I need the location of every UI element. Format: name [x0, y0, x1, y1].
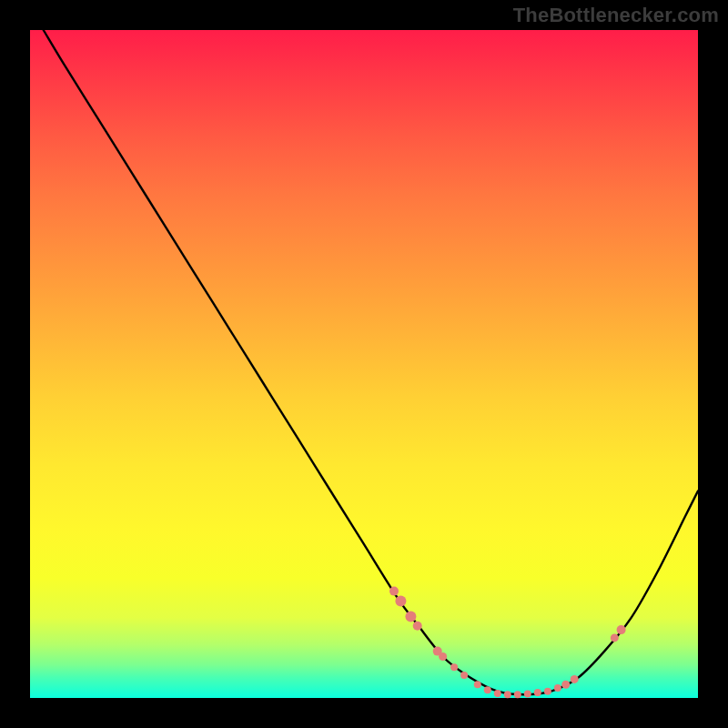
- curve-point: [460, 672, 468, 679]
- curve-point: [450, 663, 458, 671]
- curve-point: [484, 686, 491, 693]
- curve-point: [389, 587, 399, 596]
- chart-root: TheBottlenecker.com: [0, 0, 728, 728]
- curve-point: [514, 691, 521, 698]
- curve-point: [395, 596, 406, 607]
- curve-point: [524, 691, 531, 698]
- curve-point: [504, 691, 511, 698]
- curve-datapoints: [389, 587, 626, 699]
- curve-point: [554, 684, 561, 692]
- curve-point: [571, 675, 579, 683]
- curve-point: [534, 689, 541, 696]
- curve-point: [413, 622, 422, 631]
- curve-point: [561, 681, 570, 689]
- chart-svg: [30, 30, 698, 698]
- curve-point: [611, 633, 619, 642]
- curve-point: [474, 681, 481, 688]
- curve-point: [405, 612, 416, 622]
- curve-point: [617, 625, 626, 634]
- curve-point: [544, 688, 551, 695]
- bottleneck-curve: [44, 30, 698, 694]
- watermark-text: TheBottlenecker.com: [513, 4, 719, 27]
- curve-point: [494, 690, 501, 697]
- plot-area: [30, 30, 698, 698]
- curve-point: [439, 652, 447, 661]
